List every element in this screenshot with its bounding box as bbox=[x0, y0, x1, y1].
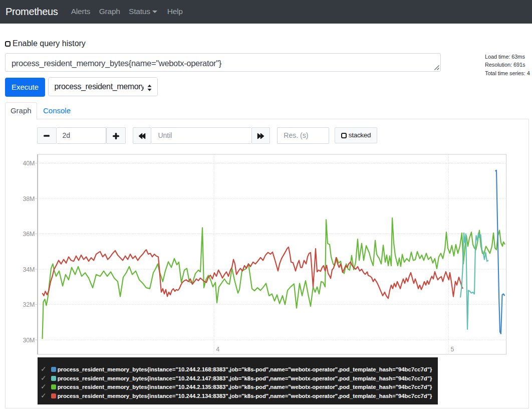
svg-text:5: 5 bbox=[451, 346, 454, 353]
svg-text:30M: 30M bbox=[23, 337, 35, 344]
svg-text:32M: 32M bbox=[23, 301, 35, 308]
svg-text:34M: 34M bbox=[23, 266, 35, 273]
svg-text:40M: 40M bbox=[23, 160, 35, 167]
svg-text:38M: 38M bbox=[23, 195, 35, 202]
svg-text:4: 4 bbox=[216, 346, 219, 353]
svg-text:36M: 36M bbox=[23, 231, 35, 238]
